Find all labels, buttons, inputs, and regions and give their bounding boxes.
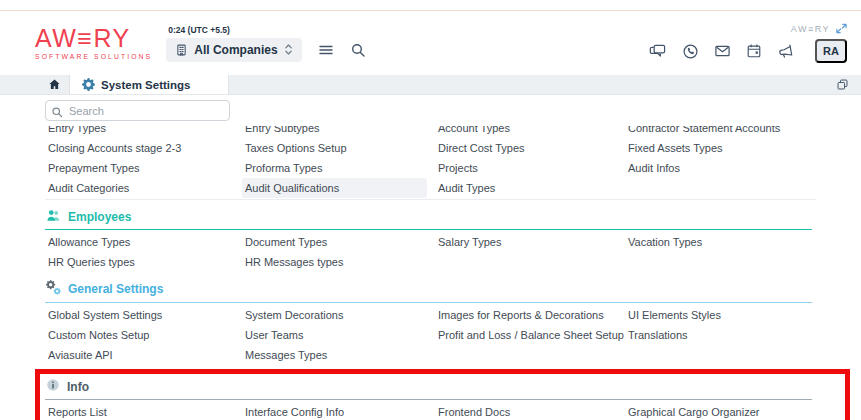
settings-link[interactable]: Audit Categories — [45, 178, 242, 198]
chat-icon[interactable] — [648, 43, 667, 60]
section-employees: Employees Allowance Types Document Types… — [45, 205, 816, 272]
awery-logo-text: AW≡RY — [35, 26, 152, 51]
company-selector-label: All Companies — [194, 43, 277, 57]
section-title: Info — [67, 380, 89, 394]
settings-link[interactable]: Account Types — [435, 126, 625, 138]
settings-link[interactable]: Contractor Statement Accounts — [625, 126, 816, 138]
tab-bar-spacer — [229, 75, 824, 94]
settings-link[interactable]: Document Types — [242, 232, 435, 252]
building-icon — [175, 43, 188, 57]
employees-icon — [46, 208, 61, 225]
settings-link[interactable]: User Teams — [242, 325, 435, 345]
settings-link[interactable]: Taxes Options Setup — [242, 138, 435, 158]
mini-brand-text: AW≡RY — [791, 24, 830, 34]
red-highlight-box: Info Reports List Interface Config Info … — [35, 369, 850, 420]
gears-icon — [46, 280, 61, 298]
section-info: Info Reports List Interface Config Info … — [45, 375, 816, 420]
settings-link[interactable]: Entry Subtypes — [242, 126, 435, 138]
tab-bar: System Settings — [0, 75, 861, 95]
tab-system-settings-label: System Settings — [101, 79, 190, 91]
expand-icon[interactable] — [836, 23, 847, 34]
settings-link[interactable]: Messages Types — [242, 345, 435, 365]
search-input-icon — [51, 104, 63, 122]
tab-home[interactable] — [40, 75, 70, 94]
settings-link[interactable]: Proforma Types — [242, 158, 435, 178]
settings-link[interactable]: Frontend Docs — [435, 402, 625, 420]
mail-icon[interactable] — [714, 43, 731, 59]
settings-link[interactable]: Salary Types — [435, 232, 625, 252]
megaphone-icon[interactable] — [777, 43, 794, 60]
settings-link[interactable]: Aviasuite API — [45, 345, 242, 365]
settings-link[interactable]: Fixed Assets Types — [625, 138, 816, 158]
search-row — [0, 95, 861, 126]
settings-link[interactable]: Audit Types — [435, 178, 625, 198]
settings-link[interactable]: Global System Settings — [45, 305, 242, 325]
mini-brand: AW≡RY — [791, 23, 847, 34]
settings-link[interactable]: Reports List — [45, 402, 242, 420]
tab-system-settings[interactable]: System Settings — [70, 75, 229, 94]
settings-link-hovered[interactable]: Audit Qualifications — [242, 178, 427, 198]
settings-link[interactable]: System Decorations — [242, 305, 435, 325]
settings-link[interactable]: HR Messages types — [242, 252, 435, 272]
menu-icon[interactable] — [318, 42, 334, 58]
section-divider — [45, 199, 816, 200]
settings-link[interactable]: Graphical Cargo Organizer — [625, 402, 816, 420]
section-finance: Entry Types Entry Subtypes Account Types… — [45, 126, 816, 198]
whatsapp-icon[interactable] — [682, 43, 699, 60]
settings-link[interactable]: Direct Cost Types — [435, 138, 625, 158]
settings-link[interactable]: Images for Reports & Decorations — [435, 305, 625, 325]
settings-search-input[interactable] — [45, 100, 230, 121]
window-restore-icon — [836, 78, 849, 91]
section-title: General Settings — [68, 282, 163, 296]
settings-link[interactable]: Translations — [625, 325, 816, 345]
settings-link[interactable]: HR Queries types — [45, 252, 242, 272]
settings-link[interactable]: Vacation Types — [625, 232, 816, 252]
home-icon — [48, 78, 61, 91]
settings-link[interactable]: Closing Accounts stage 2-3 — [45, 138, 242, 158]
clock-label: 0:24 (UTC +5.5) — [166, 25, 365, 35]
window-restore-button[interactable] — [824, 75, 861, 94]
settings-content: Entry Types Entry Subtypes Account Types… — [0, 126, 861, 420]
settings-link[interactable]: Entry Types — [45, 126, 242, 138]
awery-logo[interactable]: AW≡RY SOFTWARE SOLUTIONS — [35, 26, 152, 61]
settings-link[interactable]: Projects — [435, 158, 625, 178]
settings-link[interactable]: Prepayment Types — [45, 158, 242, 178]
section-general-settings: General Settings Global System Settings … — [45, 277, 816, 365]
settings-link[interactable]: UI Elements Styles — [625, 305, 816, 325]
settings-link[interactable]: Audit Infos — [625, 158, 816, 178]
awery-logo-subtext: SOFTWARE SOLUTIONS — [35, 54, 152, 61]
settings-link[interactable]: Interface Config Info — [242, 402, 435, 420]
chevron-updown-icon — [284, 43, 293, 56]
company-selector[interactable]: All Companies — [166, 38, 301, 62]
gear-icon — [82, 78, 95, 91]
calendar-icon[interactable] — [746, 43, 762, 59]
app-header: AW≡RY SOFTWARE SOLUTIONS 0:24 (UTC +5.5)… — [0, 11, 861, 75]
settings-link[interactable]: Allowance Types — [45, 232, 242, 252]
settings-link[interactable]: Custom Notes Setup — [45, 325, 242, 345]
user-avatar[interactable]: RA — [815, 39, 847, 63]
top-margin — [0, 0, 861, 10]
section-title: Employees — [68, 210, 131, 224]
info-icon — [46, 378, 60, 395]
settings-link[interactable]: Profit and Loss / Balance Sheet Setup — [435, 325, 625, 345]
search-icon[interactable] — [350, 42, 366, 58]
